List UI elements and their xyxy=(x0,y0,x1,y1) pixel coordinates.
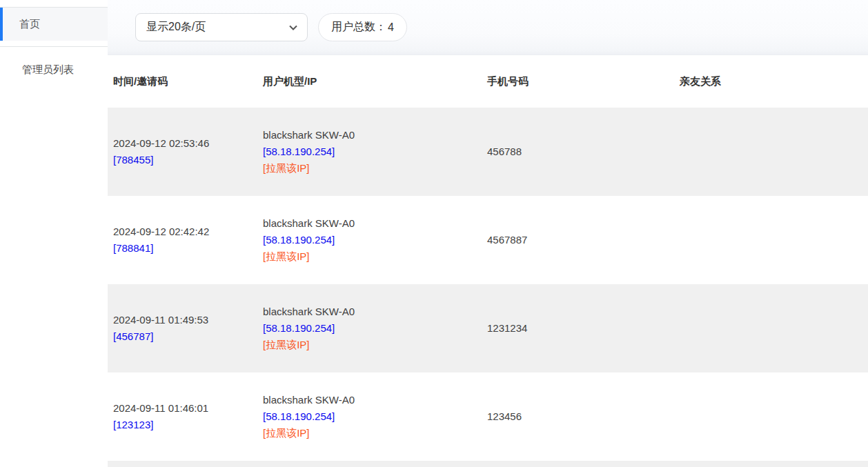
row-time: 2024-09-12 02:42:42 xyxy=(113,223,263,240)
row-phone: 4567887 xyxy=(487,234,527,246)
phone-cell: 4567887 xyxy=(487,232,680,248)
phone-cell: 123456 xyxy=(487,408,680,425)
row-time: 2024-09-11 01:46:01 xyxy=(113,400,263,417)
table-row: 2024-09-12 02:42:42 [788841] blackshark … xyxy=(108,196,868,284)
ip-link[interactable]: [58.18.190.254] xyxy=(263,232,335,248)
table-row-partial xyxy=(108,461,868,467)
main-content: 显示20条/页 用户总数： 4 时间/邀请码 用户机型/IP 手机号码 亲友关系… xyxy=(108,0,868,467)
table-row: 2024-09-11 01:49:53 [456787] blackshark … xyxy=(108,284,868,372)
row-phone: 1231234 xyxy=(487,322,527,334)
invite-code-link[interactable]: [123123] xyxy=(113,417,153,433)
row-device: blackshark SKW-A0 xyxy=(263,392,487,408)
sidebar-item-admin-list-label: 管理员列表 xyxy=(22,63,74,77)
sidebar-item-admin-list[interactable]: 管理员列表 xyxy=(0,53,108,86)
app-root: 首页 管理员列表 显示20条/页 用户总数： 4 时间/邀请码 用户机型/IP … xyxy=(0,0,868,467)
invite-code-link[interactable]: [788455] xyxy=(113,152,153,168)
device-ip-cell: blackshark SKW-A0 [58.18.190.254] [拉黑该IP… xyxy=(263,304,487,353)
column-header-relation: 亲友关系 xyxy=(680,75,868,88)
row-time: 2024-09-11 01:49:53 xyxy=(113,312,263,328)
sidebar-divider xyxy=(0,46,108,47)
page-size-select[interactable]: 显示20条/页 xyxy=(135,13,308,41)
device-ip-cell: blackshark SKW-A0 [58.18.190.254] [拉黑该IP… xyxy=(263,215,487,265)
column-header-device-ip: 用户机型/IP xyxy=(263,75,487,88)
toolbar: 显示20条/页 用户总数： 4 xyxy=(108,0,868,55)
block-ip-link[interactable]: [拉黑该IP] xyxy=(263,248,310,265)
column-header-phone: 手机号码 xyxy=(487,75,680,88)
block-ip-link[interactable]: [拉黑该IP] xyxy=(263,337,310,353)
time-invite-cell: 2024-09-11 01:46:01 [123123] xyxy=(113,400,263,433)
user-total-value: 4 xyxy=(388,21,394,34)
time-invite-cell: 2024-09-11 01:49:53 [456787] xyxy=(113,312,263,345)
page-size-selected-value: 显示20条/页 xyxy=(146,20,206,34)
row-phone: 123456 xyxy=(487,410,522,422)
chevron-down-icon xyxy=(288,23,298,32)
row-device: blackshark SKW-A0 xyxy=(263,127,487,143)
column-header-time-invite: 时间/邀请码 xyxy=(113,75,263,88)
sidebar: 首页 管理员列表 xyxy=(0,0,108,467)
block-ip-link[interactable]: [拉黑该IP] xyxy=(263,160,310,177)
time-invite-cell: 2024-09-12 02:53:46 [788455] xyxy=(113,135,263,168)
phone-cell: 1231234 xyxy=(487,320,680,337)
ip-link[interactable]: [58.18.190.254] xyxy=(263,143,335,160)
row-time: 2024-09-12 02:53:46 xyxy=(113,135,263,152)
user-total-badge: 用户总数： 4 xyxy=(318,13,407,41)
table-row: 2024-09-12 02:53:46 [788455] blackshark … xyxy=(108,108,868,196)
time-invite-cell: 2024-09-12 02:42:42 [788841] xyxy=(113,223,263,257)
ip-link[interactable]: [58.18.190.254] xyxy=(263,320,335,337)
device-ip-cell: blackshark SKW-A0 [58.18.190.254] [拉黑该IP… xyxy=(263,127,487,177)
user-table: 时间/邀请码 用户机型/IP 手机号码 亲友关系 2024-09-12 02:5… xyxy=(108,55,868,467)
row-device: blackshark SKW-A0 xyxy=(263,215,487,232)
sidebar-item-home-label: 首页 xyxy=(19,18,40,31)
invite-code-link[interactable]: [456787] xyxy=(113,328,153,345)
user-total-label: 用户总数： xyxy=(331,20,386,34)
row-phone: 456788 xyxy=(487,146,522,157)
sidebar-item-home[interactable]: 首页 xyxy=(0,8,108,41)
phone-cell: 456788 xyxy=(487,143,680,160)
block-ip-link[interactable]: [拉黑该IP] xyxy=(263,425,310,441)
row-device: blackshark SKW-A0 xyxy=(263,304,487,320)
table-row: 2024-09-11 01:46:01 [123123] blackshark … xyxy=(108,372,868,461)
invite-code-link[interactable]: [788841] xyxy=(113,240,153,257)
table-header: 时间/邀请码 用户机型/IP 手机号码 亲友关系 xyxy=(108,55,868,108)
ip-link[interactable]: [58.18.190.254] xyxy=(263,408,335,425)
device-ip-cell: blackshark SKW-A0 [58.18.190.254] [拉黑该IP… xyxy=(263,392,487,441)
